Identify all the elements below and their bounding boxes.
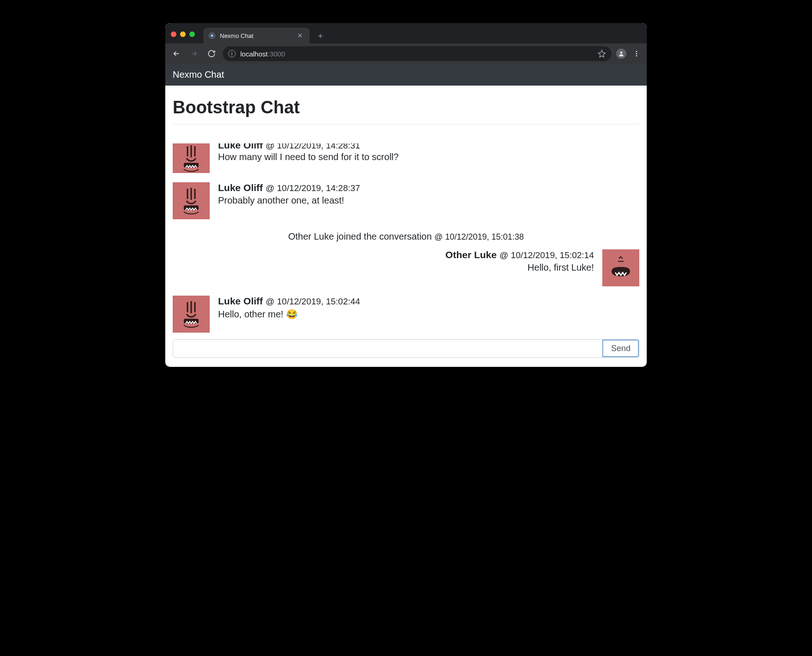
message-author: Luke Oliff bbox=[218, 296, 263, 306]
message-list: Luke Oliff @ 10/12/2019, 14:28:31How man… bbox=[173, 139, 639, 337]
svg-point-2 bbox=[636, 53, 637, 55]
message-header: Luke Oliff @ 10/12/2019, 14:28:31 bbox=[218, 143, 639, 150]
app-navbar: Nexmo Chat bbox=[165, 64, 647, 86]
app-content: Bootstrap Chat Luke Oliff @ 10/12/2019, … bbox=[165, 86, 647, 337]
avatar-icon bbox=[173, 143, 210, 173]
window-controls bbox=[171, 31, 203, 43]
message-input[interactable] bbox=[173, 340, 602, 357]
svg-point-1 bbox=[636, 51, 637, 52]
message-text: Probably another one, at least! bbox=[218, 195, 639, 206]
url-text: localhost:3000 bbox=[240, 50, 285, 58]
avatar-icon bbox=[602, 249, 639, 286]
tab-favicon-icon bbox=[209, 32, 215, 39]
system-meta: @ 10/12/2019, 15:01:38 bbox=[434, 232, 524, 241]
browser-tab[interactable]: Nexmo Chat ✕ bbox=[203, 28, 310, 43]
message-timestamp: @ 10/12/2019, 14:28:37 bbox=[266, 183, 360, 193]
message-timestamp: @ 10/12/2019, 14:28:31 bbox=[266, 143, 360, 150]
app-title: Nexmo Chat bbox=[173, 69, 224, 80]
maximize-window-button[interactable] bbox=[189, 31, 195, 37]
profile-avatar-icon[interactable] bbox=[616, 49, 626, 59]
send-button[interactable]: Send bbox=[602, 340, 639, 357]
site-info-icon[interactable]: i bbox=[228, 50, 236, 57]
page-title: Bootstrap Chat bbox=[173, 98, 639, 118]
message-header: Other Luke @ 10/12/2019, 15:02:14 bbox=[173, 249, 594, 260]
back-button[interactable] bbox=[170, 47, 183, 60]
browser-tabstrip: Nexmo Chat ✕ ＋ bbox=[165, 23, 647, 43]
new-tab-button[interactable]: ＋ bbox=[313, 29, 327, 43]
message-header: Luke Oliff @ 10/12/2019, 14:28:37 bbox=[218, 182, 639, 193]
url-host: localhost bbox=[240, 50, 268, 58]
message-author: Other Luke bbox=[445, 249, 497, 260]
message-body: Other Luke @ 10/12/2019, 15:02:14Hello, … bbox=[173, 249, 594, 286]
system-message: Other Luke joined the conversation @ 10/… bbox=[173, 224, 639, 245]
message-scroll-area[interactable]: Luke Oliff @ 10/12/2019, 14:28:31How man… bbox=[173, 124, 639, 337]
close-window-button[interactable] bbox=[171, 31, 176, 37]
forward-button bbox=[187, 47, 200, 60]
svg-point-3 bbox=[636, 55, 637, 56]
message-body: Luke Oliff @ 10/12/2019, 14:28:37Probabl… bbox=[218, 182, 639, 219]
message-author: Luke Oliff bbox=[218, 143, 263, 150]
system-text: Other Luke joined the conversation bbox=[288, 231, 431, 241]
address-bar[interactable]: i localhost:3000 bbox=[223, 46, 612, 61]
minimize-window-button[interactable] bbox=[180, 31, 186, 37]
avatar-icon bbox=[173, 296, 210, 333]
svg-point-0 bbox=[620, 51, 623, 54]
reload-button[interactable] bbox=[205, 47, 218, 60]
chat-message: Other Luke @ 10/12/2019, 15:02:14Hello, … bbox=[173, 245, 639, 291]
message-timestamp: @ 10/12/2019, 15:02:14 bbox=[500, 250, 594, 260]
message-author: Luke Oliff bbox=[218, 182, 263, 193]
close-tab-icon[interactable]: ✕ bbox=[296, 32, 304, 39]
browser-window: Nexmo Chat ✕ ＋ i localhost:3000 bbox=[165, 23, 647, 367]
message-body: Luke Oliff @ 10/12/2019, 15:02:44Hello, … bbox=[218, 296, 639, 333]
chat-message: Luke Oliff @ 10/12/2019, 14:28:31How man… bbox=[173, 139, 639, 178]
chat-message: Luke Oliff @ 10/12/2019, 15:02:44Hello, … bbox=[173, 291, 639, 337]
message-text: How many will I need to send for it to s… bbox=[218, 152, 639, 162]
message-timestamp: @ 10/12/2019, 15:02:44 bbox=[266, 297, 360, 306]
url-port: :3000 bbox=[268, 50, 285, 58]
browser-toolbar: i localhost:3000 bbox=[165, 43, 647, 64]
bookmark-star-icon[interactable] bbox=[598, 50, 606, 58]
message-text: Hello, first Luke! bbox=[173, 262, 594, 273]
browser-menu-icon[interactable] bbox=[631, 50, 642, 57]
avatar-icon bbox=[173, 182, 210, 219]
chat-message: Luke Oliff @ 10/12/2019, 14:28:37Probabl… bbox=[173, 178, 639, 224]
message-text: Hello, other me! 😂 bbox=[218, 309, 639, 320]
message-header: Luke Oliff @ 10/12/2019, 15:02:44 bbox=[218, 296, 639, 307]
message-body: Luke Oliff @ 10/12/2019, 14:28:31How man… bbox=[218, 143, 639, 173]
message-composer: Send bbox=[173, 339, 639, 358]
tab-title: Nexmo Chat bbox=[220, 32, 291, 39]
